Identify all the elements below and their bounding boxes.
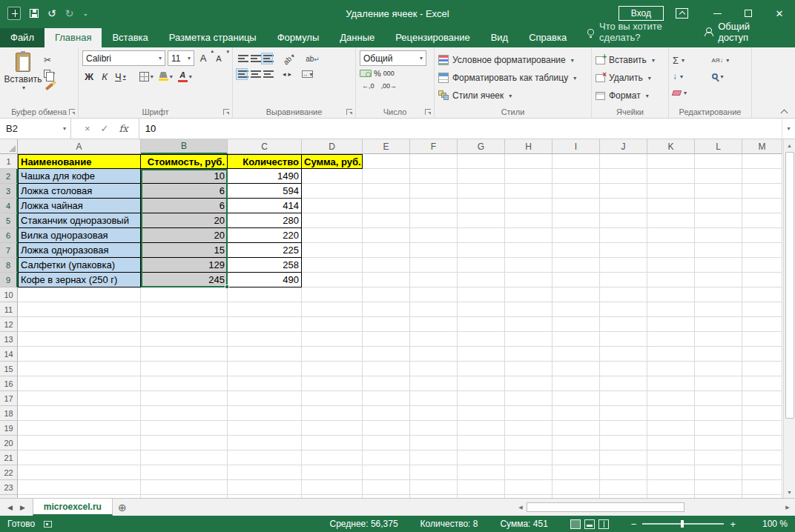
align-right-button[interactable] bbox=[262, 69, 272, 79]
align-bottom-button[interactable] bbox=[262, 53, 272, 64]
font-color-button[interactable]: А bbox=[177, 69, 194, 84]
cell-A18[interactable] bbox=[18, 406, 141, 421]
ribbon-tab-Вставка[interactable]: Вставка bbox=[102, 28, 158, 47]
increase-indent-button[interactable]: ▸ bbox=[288, 70, 292, 78]
cell-I18[interactable] bbox=[552, 406, 600, 421]
cancel-formula-button[interactable]: × bbox=[85, 123, 90, 134]
cell-D4[interactable] bbox=[302, 199, 363, 213]
cell-G17[interactable] bbox=[458, 391, 505, 406]
alignment-dialog-launcher[interactable] bbox=[346, 109, 352, 115]
row-header-20[interactable]: 20 bbox=[0, 436, 18, 450]
cell-E20[interactable] bbox=[363, 436, 410, 450]
cell-G16[interactable] bbox=[458, 376, 505, 391]
number-format-combo[interactable]: Общий bbox=[360, 50, 426, 66]
cell-F15[interactable] bbox=[410, 362, 458, 376]
cell-J3[interactable] bbox=[600, 184, 647, 199]
cell-E18[interactable] bbox=[363, 406, 410, 421]
cell-H14[interactable] bbox=[505, 347, 552, 362]
cell-A22[interactable] bbox=[18, 465, 141, 480]
save-icon[interactable] bbox=[30, 9, 39, 18]
column-header-E[interactable]: E bbox=[363, 139, 410, 154]
column-header-K[interactable]: K bbox=[647, 139, 695, 154]
cell-D23[interactable] bbox=[302, 480, 363, 495]
zoom-in-icon[interactable]: + bbox=[730, 519, 736, 529]
cell-G9[interactable] bbox=[458, 273, 505, 287]
column-header-J[interactable]: J bbox=[600, 139, 647, 154]
cell-M21[interactable] bbox=[742, 450, 782, 465]
cell-D17[interactable] bbox=[302, 391, 363, 406]
cell-L16[interactable] bbox=[695, 376, 742, 391]
cell-E1[interactable] bbox=[363, 154, 410, 169]
cell-I12[interactable] bbox=[552, 317, 600, 332]
cell-D18[interactable] bbox=[302, 406, 363, 421]
cell-C10[interactable] bbox=[228, 287, 302, 302]
cell-A2[interactable]: Чашка для кофе bbox=[18, 169, 141, 184]
cell-E17[interactable] bbox=[363, 391, 410, 406]
cell-A1[interactable]: Наименование bbox=[18, 154, 141, 169]
add-sheet-button[interactable]: ⊕ bbox=[113, 499, 132, 516]
cell-H19[interactable] bbox=[505, 421, 552, 436]
cell-F1[interactable] bbox=[410, 154, 458, 169]
cell-E11[interactable] bbox=[363, 302, 410, 317]
cell-A17[interactable] bbox=[18, 391, 141, 406]
cell-H10[interactable] bbox=[505, 287, 552, 302]
cell-F8[interactable] bbox=[410, 258, 458, 273]
cell-I11[interactable] bbox=[552, 302, 600, 317]
cell-H13[interactable] bbox=[505, 332, 552, 347]
cell-C19[interactable] bbox=[228, 421, 302, 436]
cell-A3[interactable]: Ложка столовая bbox=[18, 184, 141, 199]
cell-G21[interactable] bbox=[458, 450, 505, 465]
increase-decimal-button[interactable]: ←,0 bbox=[360, 81, 377, 91]
cell-D3[interactable] bbox=[302, 184, 363, 199]
row-header-3[interactable]: 3 bbox=[0, 184, 18, 199]
cell-E13[interactable] bbox=[363, 332, 410, 347]
cell-F2[interactable] bbox=[410, 169, 458, 184]
cell-F12[interactable] bbox=[410, 317, 458, 332]
cell-M13[interactable] bbox=[742, 332, 782, 347]
cell-E19[interactable] bbox=[363, 421, 410, 436]
cell-I17[interactable] bbox=[552, 391, 600, 406]
row-header-1[interactable]: 1 bbox=[0, 154, 18, 169]
cell-B14[interactable] bbox=[141, 347, 228, 362]
cell-F21[interactable] bbox=[410, 450, 458, 465]
page-break-view-icon[interactable] bbox=[598, 519, 609, 529]
percent-style-button[interactable]: % bbox=[374, 69, 381, 78]
cell-F11[interactable] bbox=[410, 302, 458, 317]
vertical-scrollbar-thumb[interactable] bbox=[785, 152, 794, 419]
cell-H1[interactable] bbox=[505, 154, 552, 169]
row-header-2[interactable]: 2 bbox=[0, 169, 18, 184]
cell-L17[interactable] bbox=[695, 391, 742, 406]
cell-H5[interactable] bbox=[505, 213, 552, 228]
cell-A19[interactable] bbox=[18, 421, 141, 436]
cell-G14[interactable] bbox=[458, 347, 505, 362]
cell-M5[interactable] bbox=[742, 213, 782, 228]
align-left-button[interactable] bbox=[237, 69, 247, 79]
cell-G5[interactable] bbox=[458, 213, 505, 228]
cell-B22[interactable] bbox=[141, 465, 228, 480]
cell-K11[interactable] bbox=[647, 302, 695, 317]
cell-C17[interactable] bbox=[228, 391, 302, 406]
cell-L15[interactable] bbox=[695, 362, 742, 376]
cell-I20[interactable] bbox=[552, 436, 600, 450]
column-header-D[interactable]: D bbox=[302, 139, 363, 154]
cell-G7[interactable] bbox=[458, 243, 505, 258]
cell-F3[interactable] bbox=[410, 184, 458, 199]
cell-B4[interactable]: 6 bbox=[141, 199, 228, 213]
cell-A7[interactable]: Ложка одноразовая bbox=[18, 243, 141, 258]
cell-J22[interactable] bbox=[600, 465, 647, 480]
cell-J15[interactable] bbox=[600, 362, 647, 376]
column-header-B[interactable]: B bbox=[141, 139, 228, 154]
cell-B1[interactable]: Стоимость, руб. bbox=[141, 154, 228, 169]
cell-L13[interactable] bbox=[695, 332, 742, 347]
cell-E2[interactable] bbox=[363, 169, 410, 184]
cell-D6[interactable] bbox=[302, 228, 363, 243]
cell-H21[interactable] bbox=[505, 450, 552, 465]
cell-G15[interactable] bbox=[458, 362, 505, 376]
cell-D19[interactable] bbox=[302, 421, 363, 436]
row-header-9[interactable]: 9 bbox=[0, 273, 18, 287]
cell-J7[interactable] bbox=[600, 243, 647, 258]
cell-J23[interactable] bbox=[600, 480, 647, 495]
ribbon-tab-Формулы[interactable]: Формулы bbox=[267, 28, 330, 47]
cell-L21[interactable] bbox=[695, 450, 742, 465]
cell-J8[interactable] bbox=[600, 258, 647, 273]
